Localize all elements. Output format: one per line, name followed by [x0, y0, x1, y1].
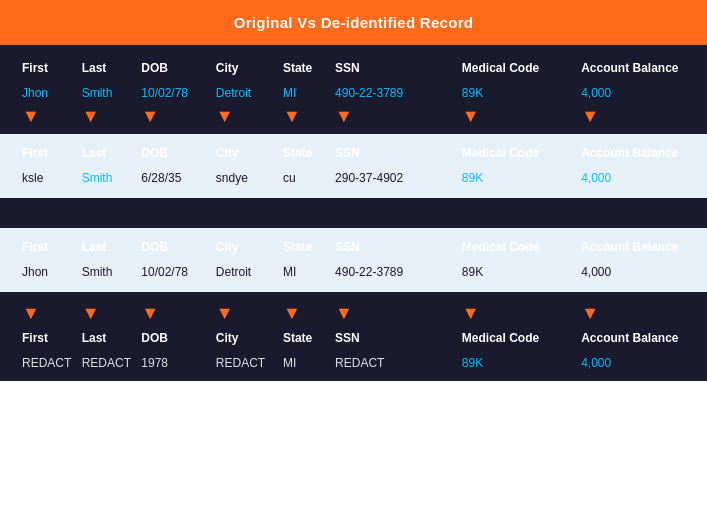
s1-orig-dob: 10/02/78: [137, 81, 212, 105]
section1-deidentified-table: First Last DOB City State SSN Medical Co…: [18, 140, 689, 190]
s1-orig-last: Smith: [78, 81, 138, 105]
s2-deid-medcode: 89K: [458, 351, 577, 375]
s1-deid-state: cu: [279, 166, 331, 190]
s1-deid-col-medcode: Medical Code: [458, 140, 577, 166]
s1-deid-col-gap: [435, 140, 457, 166]
s1-orig-state: MI: [279, 81, 331, 105]
s2-orig-col-first: First: [18, 234, 78, 260]
col-header-gap: [435, 55, 457, 81]
col-header-ssn: SSN: [331, 55, 435, 81]
col-header-accbal: Account Balance: [577, 55, 689, 81]
section1-original-header-bg: First Last DOB City State SSN Medical Co…: [0, 45, 707, 134]
s2-deid-col-gap: [435, 325, 457, 351]
section1-original-data-row: Jhon Smith 10/02/78 Detroit MI 490-22-37…: [18, 81, 689, 105]
s2-deid-gap: [435, 351, 457, 375]
arrow-last-s1: ▼: [82, 107, 100, 125]
section2-orig-header-row: First Last DOB City State SSN Medical Co…: [18, 234, 689, 260]
s2-deid-col-state: State: [279, 325, 331, 351]
s1-deid-col-accbal: Account Balance: [577, 140, 689, 166]
arrow-city-s1: ▼: [216, 107, 234, 125]
section2-original-table: First Last DOB City State SSN Medical Co…: [18, 234, 689, 284]
s2-orig-city: Detroit: [212, 260, 279, 284]
section2-deidentified-table: ▼ ▼ ▼ ▼ ▼ ▼ ▼ ▼ First Last DOB City Stat…: [18, 302, 689, 375]
s1-deid-col-state: State: [279, 140, 331, 166]
s2-orig-col-state: State: [279, 234, 331, 260]
page-title: Original Vs De-identified Record: [0, 14, 707, 31]
s1-deid-medcode: 89K: [458, 166, 577, 190]
arrow-state-s1: ▼: [283, 107, 301, 125]
s2-orig-col-gap: [435, 234, 457, 260]
s1-deid-col-last: Last: [78, 140, 138, 166]
s2-deid-col-last: Last: [78, 325, 138, 351]
section2-original-bg: First Last DOB City State SSN Medical Co…: [0, 228, 707, 292]
s1-orig-ssn: 490-22-3789: [331, 81, 435, 105]
s2-orig-medcode: 89K: [458, 260, 577, 284]
s2-deid-col-dob: DOB: [137, 325, 212, 351]
s2-deid-ssn: REDACT: [331, 351, 435, 375]
section2: First Last DOB City State SSN Medical Co…: [0, 228, 707, 381]
s1-deid-ssn: 290-37-4902: [331, 166, 435, 190]
page-header: Original Vs De-identified Record: [0, 0, 707, 45]
s2-orig-last: Smith: [78, 260, 138, 284]
arrow-medcode-s1: ▼: [462, 107, 480, 125]
s2-orig-gap: [435, 260, 457, 284]
s1-deid-col-first: First: [18, 140, 78, 166]
col-header-first: First: [18, 55, 78, 81]
section2-arrow-row: ▼ ▼ ▼ ▼ ▼ ▼ ▼ ▼: [18, 302, 689, 325]
s2-deid-col-ssn: SSN: [331, 325, 435, 351]
section2-deid-data-row: REDACT REDACT 1978 REDACT MI REDACT 89K …: [18, 351, 689, 375]
s2-deid-col-city: City: [212, 325, 279, 351]
s1-orig-city: Detroit: [212, 81, 279, 105]
arrow-ssn-s2: ▼: [335, 304, 353, 322]
s2-orig-col-last: Last: [78, 234, 138, 260]
s1-orig-accbal: 4,000: [577, 81, 689, 105]
s2-orig-col-medcode: Medical Code: [458, 234, 577, 260]
section1: First Last DOB City State SSN Medical Co…: [0, 45, 707, 198]
s2-deid-state: MI: [279, 351, 331, 375]
s2-deid-dob: 1978: [137, 351, 212, 375]
arrow-medcode-s2: ▼: [462, 304, 480, 322]
s1-deid-gap: [435, 166, 457, 190]
section1-original-header-table: First Last DOB City State SSN Medical Co…: [18, 55, 689, 128]
section1-deidentified-bg: First Last DOB City State SSN Medical Co…: [0, 134, 707, 198]
col-header-dob: DOB: [137, 55, 212, 81]
arrow-accbal-s2: ▼: [581, 304, 599, 322]
s1-orig-first: Jhon: [18, 81, 78, 105]
s2-deid-col-accbal: Account Balance: [577, 325, 689, 351]
section1-deid-header-row: First Last DOB City State SSN Medical Co…: [18, 140, 689, 166]
section2-deidentified-bg: ▼ ▼ ▼ ▼ ▼ ▼ ▼ ▼ First Last DOB City Stat…: [0, 292, 707, 381]
section2-orig-data-row: Jhon Smith 10/02/78 Detroit MI 490-22-37…: [18, 260, 689, 284]
col-header-last: Last: [78, 55, 138, 81]
s2-orig-state: MI: [279, 260, 331, 284]
mid-separator: [0, 198, 707, 228]
arrow-last-s2: ▼: [82, 304, 100, 322]
arrow-city-s2: ▼: [216, 304, 234, 322]
s1-orig-gap: [435, 81, 457, 105]
s1-orig-medcode: 89K: [458, 81, 577, 105]
arrow-accbal-s1: ▼: [581, 107, 599, 125]
s1-deid-col-dob: DOB: [137, 140, 212, 166]
s1-deid-accbal: 4,000: [577, 166, 689, 190]
arrow-first-s1: ▼: [22, 107, 40, 125]
s1-deid-first: ksle: [18, 166, 78, 190]
section1-arrow-row: ▼ ▼ ▼ ▼ ▼ ▼ ▼ ▼: [18, 105, 689, 128]
s2-deid-last: REDACT: [78, 351, 138, 375]
col-header-medcode: Medical Code: [458, 55, 577, 81]
section1-deid-data-row: ksle Smith 6/28/35 sndye cu 290-37-4902 …: [18, 166, 689, 190]
s2-deid-accbal: 4,000: [577, 351, 689, 375]
s2-deid-city: REDACT: [212, 351, 279, 375]
s1-deid-col-city: City: [212, 140, 279, 166]
s2-deid-first: REDACT: [18, 351, 78, 375]
s1-deid-dob: 6/28/35: [137, 166, 212, 190]
arrow-ssn-s1: ▼: [335, 107, 353, 125]
s2-orig-dob: 10/02/78: [137, 260, 212, 284]
s1-deid-col-ssn: SSN: [331, 140, 435, 166]
col-header-city: City: [212, 55, 279, 81]
s2-orig-first: Jhon: [18, 260, 78, 284]
arrow-first-s2: ▼: [22, 304, 40, 322]
s2-orig-ssn: 490-22-3789: [331, 260, 435, 284]
s2-orig-col-city: City: [212, 234, 279, 260]
s2-orig-col-accbal: Account Balance: [577, 234, 689, 260]
s2-orig-accbal: 4,000: [577, 260, 689, 284]
s2-orig-col-dob: DOB: [137, 234, 212, 260]
